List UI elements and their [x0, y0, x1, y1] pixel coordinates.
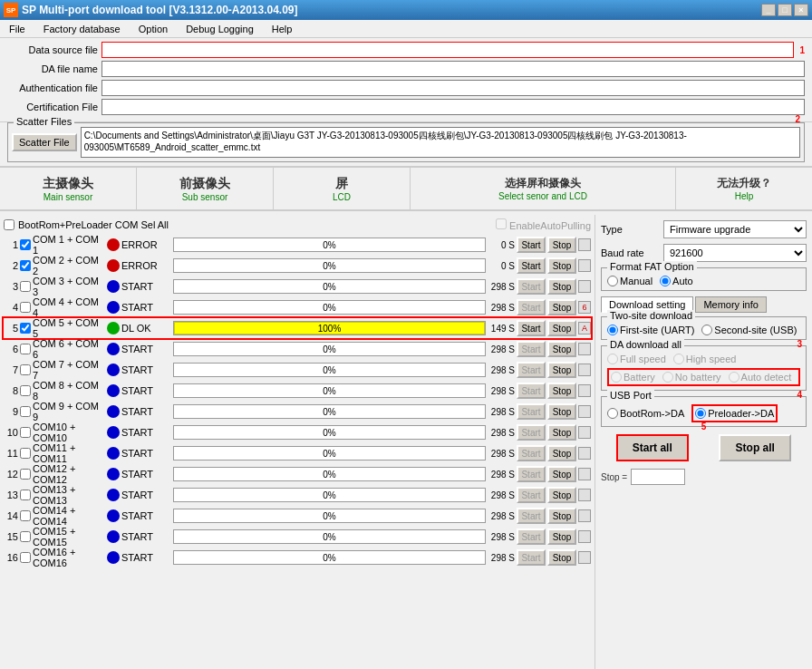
- select-sensor-item[interactable]: 选择屏和摄像头 Select senor and LCD: [411, 168, 676, 209]
- port-stop-button[interactable]: Stop: [547, 278, 576, 295]
- cert-input[interactable]: [102, 99, 805, 115]
- high-speed-radio[interactable]: [673, 354, 684, 364]
- port-checkbox[interactable]: [20, 552, 31, 563]
- menu-debug[interactable]: Debug Logging: [180, 22, 259, 36]
- port-stop-button[interactable]: Stop: [547, 487, 576, 503]
- port-start-button[interactable]: Start: [517, 424, 546, 441]
- close-button[interactable]: ×: [794, 4, 808, 16]
- port-start-button[interactable]: Start: [517, 528, 546, 545]
- port-name: COM 2 + COM 2: [33, 255, 105, 276]
- menu-file[interactable]: File: [4, 22, 31, 36]
- auth-input[interactable]: [102, 80, 805, 96]
- port-checkbox[interactable]: [20, 323, 31, 334]
- port-stop-button[interactable]: Stop: [547, 383, 576, 399]
- first-site-radio[interactable]: [607, 325, 618, 335]
- port-status: START: [121, 385, 171, 396]
- port-time: 298 S: [488, 407, 515, 417]
- port-checkbox[interactable]: [20, 490, 31, 500]
- menu-factory[interactable]: Factory database: [38, 22, 126, 36]
- port-progress-bar: 0%: [173, 279, 486, 294]
- bootrom-da-radio[interactable]: [607, 408, 618, 419]
- port-checkbox[interactable]: [20, 448, 31, 459]
- port-time: 298 S: [488, 490, 515, 500]
- start-all-button[interactable]: Start all: [616, 434, 689, 461]
- port-checkbox[interactable]: [20, 427, 31, 438]
- scatter-file-button[interactable]: Scatter File: [12, 133, 77, 151]
- port-checkbox[interactable]: [20, 510, 31, 521]
- port-checkbox[interactable]: [20, 260, 31, 271]
- full-speed-radio[interactable]: [607, 354, 618, 364]
- port-start-button[interactable]: Start: [517, 383, 546, 399]
- port-stop-button[interactable]: Stop: [547, 237, 576, 253]
- menu-option[interactable]: Option: [133, 22, 173, 36]
- maximize-button[interactable]: □: [778, 4, 792, 16]
- enable-auto-pulling-checkbox[interactable]: [496, 218, 507, 229]
- port-progress-bar: 0%: [173, 467, 486, 481]
- stop-eq-input[interactable]: [631, 469, 685, 485]
- port-stop-button[interactable]: Stop: [547, 424, 576, 441]
- port-start-button[interactable]: Start: [517, 487, 546, 503]
- second-site-radio[interactable]: [701, 325, 712, 335]
- no-battery-radio[interactable]: [662, 372, 673, 383]
- lcd-sensor-item[interactable]: 屏 LCD: [274, 168, 411, 209]
- port-checkbox[interactable]: [20, 364, 31, 375]
- type-combo[interactable]: Firmware upgrade: [663, 220, 807, 238]
- port-checkbox[interactable]: [20, 239, 31, 250]
- port-checkbox[interactable]: [20, 469, 31, 480]
- annotation-4: 4: [797, 390, 802, 400]
- baud-combo[interactable]: 921600: [663, 244, 807, 262]
- port-stop-button[interactable]: Stop: [547, 320, 576, 336]
- port-start-button[interactable]: Start: [517, 257, 546, 274]
- port-stop-button[interactable]: Stop: [547, 445, 576, 461]
- main-sensor-item[interactable]: 主摄像头 Main sensor: [0, 168, 137, 209]
- port-checkbox[interactable]: [20, 344, 31, 354]
- da-file-input[interactable]: [102, 61, 805, 77]
- port-start-button[interactable]: Start: [517, 341, 546, 357]
- port-start-button[interactable]: Start: [517, 362, 546, 378]
- port-checkbox[interactable]: [20, 531, 31, 542]
- port-time: 298 S: [488, 344, 515, 354]
- port-start-button[interactable]: Start: [517, 549, 546, 566]
- help-item[interactable]: 无法升级？ Help: [676, 168, 812, 209]
- port-stop-button[interactable]: Stop: [547, 362, 576, 378]
- port-stop-button[interactable]: Stop: [547, 466, 576, 482]
- minimize-button[interactable]: _: [761, 4, 776, 16]
- port-start-button[interactable]: Start: [517, 299, 546, 315]
- port-number: 12: [4, 469, 18, 480]
- port-start-button[interactable]: Start: [517, 278, 546, 295]
- port-start-button[interactable]: Start: [517, 508, 546, 524]
- port-start-button[interactable]: Start: [517, 445, 546, 461]
- port-stop-button[interactable]: Stop: [547, 341, 576, 357]
- preloader-da-radio[interactable]: [695, 408, 706, 419]
- battery-radio[interactable]: [611, 372, 622, 383]
- port-checkbox[interactable]: [20, 281, 31, 292]
- port-stop-button[interactable]: Stop: [547, 508, 576, 524]
- port-time: 298 S: [488, 553, 515, 563]
- port-stop-button[interactable]: Stop: [547, 403, 576, 420]
- port-checkbox[interactable]: [20, 406, 31, 417]
- port-stop-button[interactable]: Stop: [547, 299, 576, 315]
- stop-all-button[interactable]: Stop all: [719, 434, 791, 461]
- port-start-button[interactable]: Start: [517, 466, 546, 482]
- port-start-button[interactable]: Start: [517, 403, 546, 420]
- port-checkbox[interactable]: [20, 385, 31, 396]
- menu-help[interactable]: Help: [266, 22, 298, 36]
- format-auto-radio[interactable]: [660, 276, 671, 286]
- port-stop-button[interactable]: Stop: [547, 257, 576, 274]
- port-badge: [578, 530, 591, 543]
- format-manual-radio[interactable]: [607, 276, 618, 286]
- data-source-input[interactable]: [102, 42, 794, 58]
- port-stop-button[interactable]: Stop: [547, 528, 576, 545]
- file-section: Data source file 1 DA file name Authenti…: [0, 38, 812, 122]
- port-start-button[interactable]: Start: [517, 237, 546, 253]
- port-dot: [107, 343, 120, 355]
- port-stop-button[interactable]: Stop: [547, 549, 576, 566]
- port-start-button[interactable]: Start: [517, 320, 546, 336]
- port-progress-bar: 0%: [173, 509, 486, 523]
- port-checkbox[interactable]: [20, 302, 31, 313]
- auto-detect-radio[interactable]: [729, 372, 740, 383]
- battery-label: Battery: [624, 372, 655, 383]
- tab-memory-info[interactable]: Memory info: [695, 296, 767, 313]
- sub-sensor-item[interactable]: 前摄像头 Sub sensor: [137, 168, 274, 209]
- sel-all-checkbox[interactable]: [4, 219, 14, 230]
